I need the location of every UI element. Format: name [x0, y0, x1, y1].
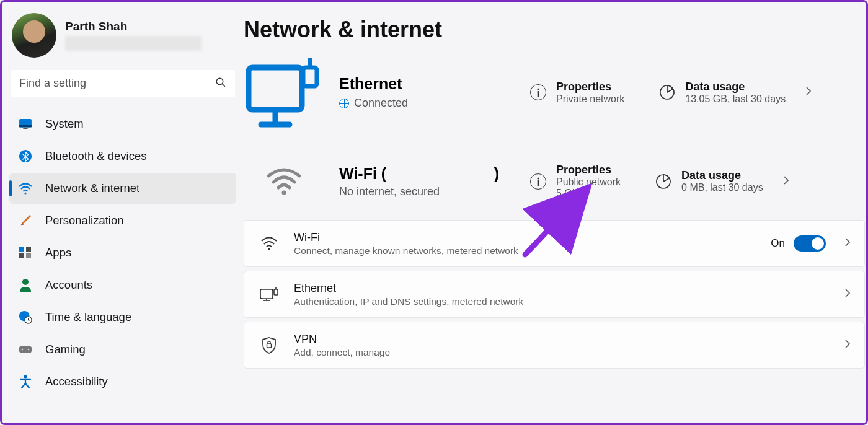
svg-point-0 — [216, 78, 223, 85]
svg-point-25 — [282, 190, 286, 195]
svg-rect-10 — [26, 253, 31, 258]
sidebar-item-network[interactable]: Network & internet — [9, 173, 236, 204]
page-title: Network & internet — [244, 17, 866, 50]
svg-rect-3 — [19, 125, 32, 128]
ethernet-hero: Ethernet Connected Properties Private ne… — [244, 50, 866, 146]
main-content: Network & internet Ethernet Connected — [244, 2, 866, 423]
card-title: VPN — [294, 333, 835, 346]
svg-rect-32 — [274, 289, 278, 295]
svg-rect-7 — [19, 247, 24, 252]
svg-point-11 — [22, 279, 29, 285]
wifi-settings-card[interactable]: Wi-Fi Connect, manage known networks, me… — [244, 220, 865, 267]
svg-rect-18 — [249, 68, 302, 110]
svg-rect-4 — [23, 128, 27, 129]
ethernet-title: Ethernet — [339, 75, 525, 93]
nav-label: Time & language — [45, 310, 131, 324]
card-sub: Authentication, IP and DNS settings, met… — [294, 296, 835, 307]
usage-title: Data usage — [681, 169, 763, 182]
svg-point-17 — [24, 375, 27, 379]
svg-rect-29 — [260, 289, 273, 299]
bluetooth-icon — [18, 149, 33, 164]
ethernet-big-icon — [244, 55, 324, 129]
ethernet-icon — [258, 287, 280, 301]
nav-label: Personalization — [45, 214, 124, 227]
svg-point-26 — [537, 177, 539, 179]
usage-sub: 13.05 GB, last 30 days — [685, 94, 786, 105]
info-icon — [530, 173, 546, 190]
sidebar-item-accessibility[interactable]: Accessibility — [9, 366, 236, 397]
chevron-right-icon — [844, 237, 851, 250]
prop-sub1: Public network — [556, 177, 621, 188]
wifi-network-name: Wi-Fi ( ) — [339, 165, 525, 183]
globe-clock-icon — [18, 310, 33, 325]
prop-title: Properties — [556, 164, 621, 177]
prop-sub2: 5 GHz — [556, 188, 621, 199]
svg-point-28 — [268, 248, 270, 250]
user-profile[interactable]: Parth Shah — [9, 13, 236, 66]
nav-label: Apps — [45, 246, 71, 260]
card-sub: Add, connect, manage — [294, 347, 835, 358]
wifi-big-icon — [244, 167, 324, 196]
chevron-right-icon — [844, 288, 851, 300]
chevron-right-icon — [805, 86, 812, 99]
user-name: Parth Shah — [65, 20, 202, 33]
brush-icon — [18, 213, 33, 228]
wifi-toggle[interactable] — [794, 235, 826, 252]
svg-rect-24 — [538, 91, 539, 97]
svg-rect-27 — [538, 180, 539, 186]
ethernet-properties-button[interactable]: Properties Private network — [530, 81, 634, 105]
wifi-status: No internet, secured — [339, 185, 525, 198]
ethernet-status: Connected — [354, 97, 408, 110]
accessibility-icon — [18, 374, 33, 389]
usage-sub: 0 MB, last 30 days — [681, 182, 763, 193]
search-input[interactable] — [11, 70, 235, 97]
card-title: Wi-Fi — [294, 231, 771, 244]
nav-label: Network & internet — [45, 182, 140, 195]
sidebar-item-bluetooth[interactable]: Bluetooth & devices — [9, 141, 236, 172]
svg-rect-34 — [267, 344, 272, 348]
svg-point-15 — [22, 349, 24, 351]
svg-rect-21 — [303, 68, 317, 86]
svg-line-1 — [223, 84, 225, 87]
wifi-icon — [258, 237, 280, 250]
svg-rect-14 — [19, 346, 32, 353]
svg-rect-8 — [26, 247, 31, 252]
chevron-right-icon — [844, 339, 851, 351]
pie-chart-icon — [659, 84, 675, 100]
system-icon — [18, 116, 33, 131]
usage-title: Data usage — [685, 81, 786, 94]
svg-point-23 — [537, 88, 539, 90]
toggle-label: On — [771, 237, 785, 250]
vpn-settings-card[interactable]: VPN Add, connect, manage — [244, 322, 865, 369]
card-sub: Connect, manage known networks, metered … — [294, 245, 771, 256]
pie-chart-icon — [655, 173, 671, 190]
wifi-properties-button[interactable]: Properties Public network 5 GHz — [530, 164, 631, 199]
svg-point-6 — [24, 192, 26, 194]
ethernet-data-usage-button[interactable]: Data usage 13.05 GB, last 30 days — [659, 81, 812, 105]
sidebar-item-apps[interactable]: Apps — [9, 237, 236, 268]
sidebar: Parth Shah System Bluetooth & devices Ne… — [2, 2, 244, 423]
wifi-data-usage-button[interactable]: Data usage 0 MB, last 30 days — [655, 169, 789, 193]
sidebar-item-system[interactable]: System — [9, 108, 236, 139]
prop-title: Properties — [556, 81, 624, 94]
sidebar-item-accounts[interactable]: Accounts — [9, 269, 236, 300]
nav-label: System — [45, 117, 84, 131]
shield-lock-icon — [258, 336, 280, 354]
nav: System Bluetooth & devices Network & int… — [9, 108, 236, 397]
chevron-right-icon — [783, 175, 789, 188]
sidebar-item-time-language[interactable]: Time & language — [9, 302, 236, 333]
gamepad-icon — [18, 342, 33, 357]
ethernet-settings-card[interactable]: Ethernet Authentication, IP and DNS sett… — [244, 271, 865, 318]
wifi-icon — [18, 181, 33, 196]
sidebar-item-personalization[interactable]: Personalization — [9, 205, 236, 236]
card-title: Ethernet — [294, 282, 835, 295]
nav-label: Bluetooth & devices — [45, 149, 147, 163]
nav-label: Accessibility — [45, 375, 108, 388]
search-icon — [215, 77, 226, 90]
nav-label: Accounts — [45, 278, 92, 292]
svg-point-16 — [28, 349, 30, 351]
svg-rect-9 — [19, 253, 24, 258]
sidebar-item-gaming[interactable]: Gaming — [9, 334, 236, 365]
search-box[interactable] — [11, 70, 235, 97]
user-email-redacted — [65, 36, 202, 51]
